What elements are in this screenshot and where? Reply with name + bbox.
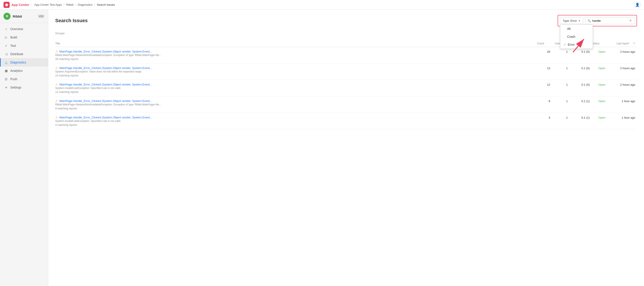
row-main-2: ⚠ MainPage.Handle_Error_Clicked (System.…	[55, 83, 637, 94]
breadcrumb-sep-1: /	[75, 3, 76, 6]
sidebar-item-label-overview: Overview	[10, 27, 23, 31]
cell-count-1: 13	[536, 66, 554, 70]
controls-row: Type: Error ▼ All Crash	[560, 17, 635, 24]
issue-subtitle-1: System.ArgumentException: Value does not…	[55, 70, 533, 73]
breadcrumb-item-3: Search Issues	[97, 3, 115, 6]
page-header: Search Issues Type: Error ▼	[55, 15, 637, 26]
search-box: 🔍 ×	[585, 17, 635, 24]
build-icon: ▷	[4, 35, 8, 39]
search-input[interactable]	[592, 19, 627, 22]
issue-title-2[interactable]: ⚠ MainPage.Handle_Error_Clicked (System.…	[55, 83, 533, 86]
dropdown-item-error-label: Error	[568, 43, 574, 46]
sidebar-item-distribute[interactable]: ◁ Distribute	[0, 50, 48, 58]
dropdown-item-all[interactable]: All	[560, 25, 593, 33]
table-header: Title Count Users Status Last report ▽	[55, 40, 637, 47]
cell-status-2: Open	[593, 83, 611, 86]
cell-users-2: 1	[554, 83, 571, 86]
sidebar-item-analytics[interactable]: ▦ Analytics	[0, 67, 48, 75]
cell-affected-1: 0.1 (0)	[571, 66, 593, 70]
cell-count-3: 9	[536, 99, 554, 103]
sidebar-item-label-test: Test	[10, 44, 16, 47]
cell-affected-3: 0.1 (1)	[571, 99, 593, 103]
sidebar-item-push[interactable]: ⊡ Push	[0, 75, 48, 83]
issue-title-col-1: ⚠ MainPage.Handle_Error_Clicked (System.…	[55, 66, 536, 77]
dropdown-item-all-label: All	[567, 27, 570, 31]
search-icon: 🔍	[588, 19, 591, 22]
app-name-label: App Center	[12, 3, 29, 7]
warning-icon-4: ⚠	[55, 115, 58, 119]
sidebar-item-build[interactable]: ▷ Build	[0, 33, 48, 42]
breadcrumb: App Center Test Apps / Ribbit / Diagnost…	[34, 3, 115, 6]
breadcrumb-item-0[interactable]: App Center Test Apps	[34, 3, 62, 6]
cell-users-1: 1	[554, 66, 571, 70]
cell-users-0: 1	[554, 50, 571, 53]
warning-icon-2: ⚠	[55, 83, 58, 86]
app-icon: R	[4, 13, 10, 20]
row-main-3: ⚠ MainPage.Handle_Error_Clicked (System.…	[55, 99, 637, 110]
filter-icon[interactable]: ▽	[631, 42, 637, 45]
sidebar-item-label-analytics: Analytics	[10, 69, 22, 72]
issue-reports-3: 9 matching reports	[55, 107, 533, 110]
sidebar-app-header: R Ribbit iOS	[0, 10, 48, 23]
sidebar-item-label-settings: Settings	[10, 86, 22, 89]
settings-icon: ≡	[4, 85, 8, 89]
cell-last-report-1: 2 hours ago	[611, 66, 637, 70]
issue-subtitle-2: System.InvalidCastException: Specified c…	[55, 87, 533, 90]
sidebar-item-settings[interactable]: ≡ Settings	[0, 83, 48, 92]
dropdown-item-error[interactable]: ✓ Error	[560, 41, 593, 49]
sidebar-item-diagnostics[interactable]: △ Diagnostics	[0, 58, 48, 67]
cell-affected-2: 0.1 (0)	[571, 83, 593, 86]
row-main-1: ⚠ MainPage.Handle_Error_Clicked (System.…	[55, 66, 637, 77]
type-dropdown[interactable]: Type: Error ▼ All Crash	[560, 18, 583, 24]
table-row: ⚠ MainPage.Handle_Error_Clicked (System.…	[55, 113, 637, 129]
highlighted-controls: Type: Error ▼ All Crash	[558, 15, 637, 26]
issue-reports-2: 12 matching reports	[55, 90, 533, 94]
close-icon[interactable]: ×	[629, 19, 632, 23]
issue-subtitle-3: Ribbit.MainPage+NetworkNotAvailableExcep…	[55, 103, 533, 106]
analytics-icon: ▦	[4, 69, 8, 73]
issue-title-col-3: ⚠ MainPage.Handle_Error_Clicked (System.…	[55, 99, 536, 110]
sidebar-item-overview[interactable]: ○ Overview	[0, 25, 48, 33]
breadcrumb-item-1[interactable]: Ribbit	[66, 3, 74, 6]
cell-last-report-0: 2 hours ago	[611, 50, 637, 53]
issue-title-0[interactable]: ⚠ MainPage.Handle_Error_Clicked (System.…	[55, 50, 533, 53]
table-row: ⚠ MainPage.Handle_Error_Clicked (System.…	[55, 96, 637, 113]
issue-title-3[interactable]: ⚠ MainPage.Handle_Error_Clicked (System.…	[55, 99, 533, 103]
push-icon: ⊡	[4, 77, 8, 81]
logo-icon: ◉	[4, 2, 10, 8]
cell-count-2: 12	[536, 83, 554, 86]
sidebar-app-name: Ribbit	[13, 15, 22, 18]
search-controls-wrapper: Type: Error ▼ All Crash	[558, 15, 637, 26]
warning-icon-0: ⚠	[55, 50, 58, 53]
issue-title-4[interactable]: ⚠ MainPage.Handle_Error_Clicked (System.…	[55, 115, 533, 119]
issue-title-col-0: ⚠ MainPage.Handle_Error_Clicked (System.…	[55, 50, 536, 61]
cell-affected-4: 0.1 (1)	[571, 115, 593, 119]
main-layout: R Ribbit iOS ○ Overview ▷ Build ✓ Test ◁…	[0, 10, 644, 286]
row-main-4: ⚠ MainPage.Handle_Error_Clicked (System.…	[55, 115, 637, 126]
user-avatar[interactable]: 👤	[634, 2, 640, 8]
sidebar-item-test[interactable]: ✓ Test	[0, 42, 48, 50]
sidebar-item-label-push: Push	[10, 77, 17, 81]
app-platform-badge: iOS	[38, 15, 44, 18]
col-title-header: Title	[55, 42, 530, 45]
groups-section: Groups Title Count Users Status Last rep…	[55, 32, 637, 129]
issue-title-col-4: ⚠ MainPage.Handle_Error_Clicked (System.…	[55, 115, 536, 126]
page-title: Search Issues	[55, 18, 88, 24]
dropdown-item-crash-label: Crash	[567, 35, 575, 38]
col-last-report-header: Last report	[604, 42, 631, 45]
dropdown-item-crash[interactable]: Crash	[560, 33, 593, 41]
cell-users-4: 1	[554, 115, 571, 119]
app-logo[interactable]: ◉ App Center	[4, 2, 29, 8]
warning-icon-3: ⚠	[55, 99, 58, 103]
sidebar-nav: ○ Overview ▷ Build ✓ Test ◁ Distribute △…	[0, 23, 48, 93]
col-count-header: Count	[530, 42, 548, 45]
table-rows: ⚠ MainPage.Handle_Error_Clicked (System.…	[55, 47, 637, 129]
cell-last-report-4: 1 hour ago	[611, 115, 637, 119]
top-nav: ◉ App Center App Center Test Apps / Ribb…	[0, 0, 644, 10]
overview-icon: ○	[4, 27, 8, 31]
issue-title-1[interactable]: ⚠ MainPage.Handle_Error_Clicked (System.…	[55, 66, 533, 70]
breadcrumb-item-2[interactable]: Diagnostics	[78, 3, 92, 6]
warning-icon-1: ⚠	[55, 66, 58, 70]
cell-status-4: Open	[593, 115, 611, 119]
cell-last-report-3: 1 hour ago	[611, 99, 637, 103]
